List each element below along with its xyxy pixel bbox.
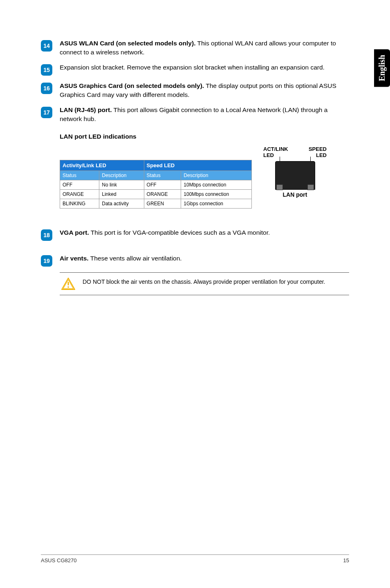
th-activity: Activity/Link LED: [60, 160, 144, 171]
language-tab: English: [374, 49, 390, 87]
desc-14: ASUS WLAN Card (on selected models only)…: [60, 39, 349, 57]
th-speed: Speed LED: [144, 160, 251, 171]
desc-18: VGA port. This port is for VGA-compatibl…: [60, 228, 270, 237]
desc-16: ASUS Graphics Card (on selected models o…: [60, 81, 349, 100]
led-indications-title: LAN port LED indications: [60, 133, 349, 140]
desc-19: Air vents. These vents allow air ventila…: [60, 254, 182, 263]
badge-16: 16: [41, 83, 52, 94]
item-15: 15 Expansion slot bracket. Remove the ex…: [41, 63, 349, 76]
table-row: OFFNo linkOFF10Mbps connection: [60, 180, 252, 189]
svg-point-3: [67, 286, 69, 288]
desc-15: Expansion slot bracket. Remove the expan…: [60, 63, 325, 72]
footer-model: ASUS CG8270: [41, 557, 76, 563]
speed-led-label: SPEED LED: [304, 146, 327, 159]
badge-15: 15: [41, 64, 52, 76]
th-desc-2: Description: [181, 171, 252, 180]
badge-17: 17: [41, 107, 52, 118]
item-14: 14 ASUS WLAN Card (on selected models on…: [41, 39, 349, 57]
table-row: BLINKINGData activityGREEN1Gbps connecti…: [60, 199, 252, 208]
rj45-port-icon: [275, 161, 315, 190]
led-table: Activity/Link LED Speed LED Status Descr…: [60, 160, 252, 209]
caution-icon: [61, 278, 75, 290]
badge-14: 14: [41, 40, 52, 52]
table-row: ORANGELinkedORANGE100Mbps connection: [60, 189, 252, 199]
footer-page-number: 15: [343, 557, 349, 563]
desc-17: LAN (RJ-45) port. This port allows Gigab…: [60, 105, 349, 124]
actlink-led-label: ACT/LINK LED: [263, 146, 293, 159]
item-16: 16 ASUS Graphics Card (on selected model…: [41, 81, 349, 100]
item-19: 19 Air vents. These vents allow air vent…: [41, 254, 349, 267]
th-desc-1: Description: [99, 171, 144, 180]
caution-box: DO NOT block the air vents on the chassi…: [60, 272, 349, 295]
item-17: 17 LAN (RJ-45) port. This port allows Gi…: [41, 105, 349, 124]
badge-19: 19: [41, 255, 52, 267]
lan-port-label: LAN port: [263, 191, 327, 198]
svg-rect-2: [68, 282, 69, 285]
badge-18: 18: [41, 229, 52, 241]
lan-port-diagram: ACT/LINK LED SPEED LED LAN port: [263, 146, 327, 198]
th-status-1: Status: [60, 171, 99, 180]
caution-text: DO NOT block the air vents on the chassi…: [83, 278, 325, 286]
page-footer: ASUS CG8270 15: [41, 554, 349, 563]
th-status-2: Status: [144, 171, 181, 180]
item-18: 18 VGA port. This port is for VGA-compat…: [41, 228, 349, 241]
